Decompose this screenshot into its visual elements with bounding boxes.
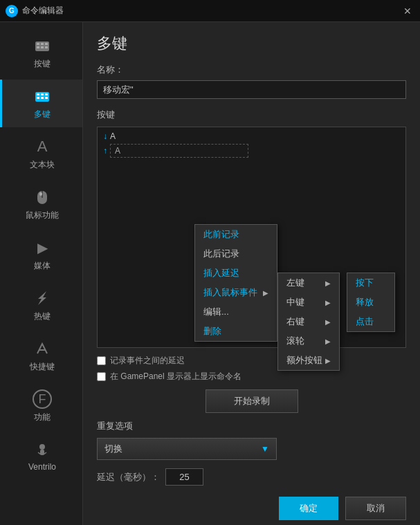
checkbox-row-gamepanel: 在 GamePanel 显示器上显示命令名: [97, 371, 406, 383]
ctx-item-delete[interactable]: 删除: [195, 322, 277, 341]
sub-label-scroll: 滚轮: [286, 335, 304, 347]
ctx-item-before-record[interactable]: 此前记录: [195, 225, 277, 244]
sidebar-label-shortcut: 快捷键: [30, 361, 55, 373]
mouse-icon: [33, 187, 52, 207]
delay-row: 延迟（毫秒）：: [97, 468, 406, 486]
sidebar-item-shortcut[interactable]: 快捷键: [0, 332, 82, 380]
checkbox-row-delay: 记录事件之间的延迟: [97, 355, 406, 367]
sub-label-press: 按下: [356, 277, 374, 289]
delay-input[interactable]: [165, 468, 203, 486]
submenu-action: 按下 释放 点击: [347, 273, 395, 332]
sidebar-item-ventrilo[interactable]: Ventrilo: [0, 433, 82, 479]
ctx-label-insert-delay: 插入延迟: [203, 267, 239, 279]
checkbox-delay[interactable]: [97, 356, 106, 365]
key-label-2: A: [110, 144, 248, 158]
repeat-dropdown-wrapper: 切换 ▼: [97, 438, 406, 460]
sub-label-left: 左键: [286, 277, 304, 289]
app-logo: G: [6, 5, 18, 17]
sub-item-click[interactable]: 点击: [347, 312, 394, 331]
ctx-item-insert-delay[interactable]: 插入延迟: [195, 264, 277, 283]
sub-item-release[interactable]: 释放: [347, 293, 394, 312]
sidebar-item-media[interactable]: ▶ 媒体: [0, 231, 82, 279]
close-button[interactable]: ✕: [401, 4, 414, 18]
keys-area[interactable]: ↓ A ↑ A 此前记录 此后记录 插入延迟: [97, 127, 406, 348]
checkbox-delay-label: 记录事件之间的延迟: [110, 355, 185, 367]
svg-rect-11: [37, 97, 39, 99]
checkbox-gamepanel[interactable]: [97, 372, 106, 381]
sidebar-item-hotkey[interactable]: 热键: [0, 282, 82, 329]
svg-rect-5: [41, 46, 44, 48]
sub-arrow-right-icon: ▶: [325, 318, 331, 326]
ctx-label-delete: 删除: [203, 325, 221, 338]
textblock-icon: A: [33, 137, 52, 156]
sidebar-label-textblock: 文本块: [30, 159, 55, 171]
hotkey-icon: [33, 288, 52, 308]
checkbox-gamepanel-label: 在 GamePanel 显示器上显示命令名: [110, 371, 241, 383]
ctx-label-before-record: 此前记录: [203, 228, 239, 241]
sub-label-extra: 额外按钮: [286, 354, 322, 367]
svg-rect-12: [41, 97, 44, 99]
svg-rect-1: [37, 43, 39, 45]
keys-list: ↓ A ↑ A: [98, 127, 405, 162]
ctx-label-after-record: 此后记录: [203, 248, 239, 260]
name-input[interactable]: [97, 80, 406, 99]
content-area: 多键 名称： 按键 ↓ A ↑ A 此前记录: [83, 22, 420, 525]
sub-item-left[interactable]: 左键 ▶: [278, 273, 339, 293]
svg-rect-13: [45, 97, 48, 99]
ctx-label-edit: 编辑...: [203, 306, 229, 318]
svg-rect-9: [41, 93, 44, 95]
key-row-1: ↓ A: [100, 130, 403, 142]
sidebar-item-textblock[interactable]: A 文本块: [0, 130, 82, 178]
dropdown-arrow-icon: ▼: [261, 444, 269, 454]
sub-item-press[interactable]: 按下: [347, 273, 394, 293]
function-icon: F: [33, 389, 52, 409]
sub-item-mid[interactable]: 中键 ▶: [278, 293, 339, 312]
sub-item-extra[interactable]: 额外按钮 ▶: [278, 351, 339, 370]
sidebar-label-media: 媒体: [34, 260, 51, 272]
repeat-dropdown[interactable]: 切换 ▼: [97, 438, 277, 460]
keys-icon: [33, 36, 52, 55]
sidebar-item-multikey[interactable]: 多键: [0, 80, 82, 127]
arrow-up-icon: ↑: [103, 146, 107, 156]
sidebar-item-keys[interactable]: 按键: [0, 29, 82, 77]
sidebar-label-keys: 按键: [34, 58, 51, 70]
titlebar-left: G 命令编辑器: [6, 5, 64, 17]
key-label-1: A: [110, 131, 116, 141]
ctx-label-insert-mouse: 插入鼠标事件: [203, 286, 257, 299]
sub-item-scroll[interactable]: 滚轮 ▶: [278, 331, 339, 351]
context-menu: 此前记录 此后记录 插入延迟 插入鼠标事件 ▶ 编辑... 删除: [194, 224, 277, 342]
sub-arrow-extra-icon: ▶: [325, 357, 331, 365]
svg-rect-2: [41, 43, 44, 45]
sidebar-label-multikey: 多键: [34, 109, 51, 120]
footer-buttons: 确定 取消: [97, 497, 406, 520]
cancel-button[interactable]: 取消: [345, 497, 406, 520]
submenu-mouse: 左键 ▶ 中键 ▶ 右键 ▶ 滚轮 ▶ 额外按钮 ▶: [277, 273, 340, 371]
sidebar-label-mouse: 鼠标功能: [26, 210, 59, 221]
sidebar-label-function: 功能: [34, 412, 51, 423]
sub-label-mid: 中键: [286, 296, 304, 308]
submenu-arrow-icon: ▶: [263, 289, 268, 297]
sub-label-click: 点击: [356, 315, 374, 328]
ctx-item-insert-mouse[interactable]: 插入鼠标事件 ▶: [195, 283, 277, 302]
delay-label: 延迟（毫秒）：: [97, 471, 160, 483]
ctx-item-after-record[interactable]: 此后记录: [195, 244, 277, 264]
repeat-dropdown-value: 切换: [104, 443, 122, 455]
shortcut-icon: [33, 339, 52, 358]
record-button[interactable]: 开始录制: [206, 389, 298, 413]
page-title: 多键: [97, 33, 406, 54]
sub-arrow-left-icon: ▶: [325, 279, 331, 287]
sub-arrow-scroll-icon: ▶: [325, 338, 331, 345]
media-icon: ▶: [33, 238, 52, 257]
sidebar-item-mouse[interactable]: 鼠标功能: [0, 181, 82, 228]
arrow-down-icon: ↓: [103, 131, 107, 141]
name-label: 名称：: [97, 64, 406, 76]
ctx-item-edit[interactable]: 编辑...: [195, 302, 277, 322]
main-layout: 按键 多键 A 文本块: [0, 22, 420, 525]
svg-rect-3: [45, 43, 48, 45]
confirm-button[interactable]: 确定: [279, 497, 338, 520]
sidebar-label-ventrilo: Ventrilo: [28, 462, 56, 472]
keys-label: 按键: [97, 109, 406, 121]
sub-item-right[interactable]: 右键 ▶: [278, 312, 339, 331]
sidebar-item-function[interactable]: F 功能: [0, 383, 82, 430]
sub-label-release: 释放: [356, 296, 374, 308]
